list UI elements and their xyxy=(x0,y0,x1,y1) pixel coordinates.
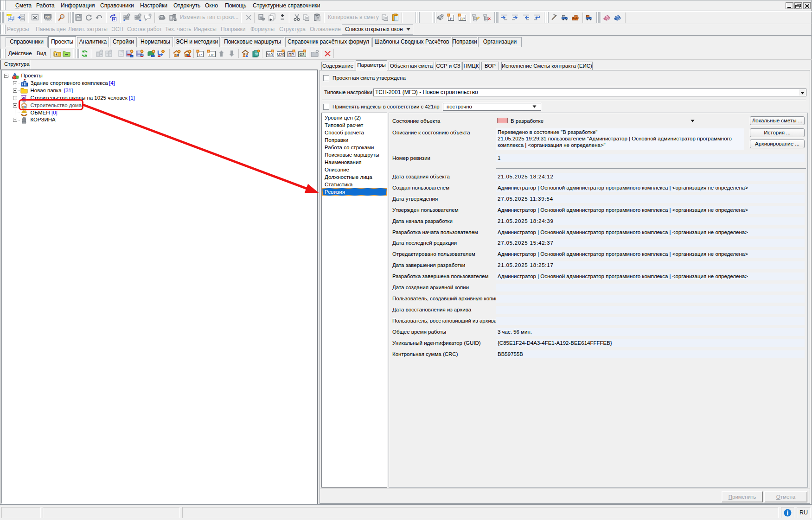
svg-text:М29: М29 xyxy=(277,52,285,57)
svg-text:%: % xyxy=(255,52,258,56)
svg-text:P: P xyxy=(199,53,202,57)
svg-text:P: P xyxy=(450,17,452,21)
svg-text:ПР: ПР xyxy=(209,53,214,57)
svg-text:PDF: PDF xyxy=(45,15,51,18)
svg-text:Ф3: Ф3 xyxy=(299,52,304,57)
svg-text:ПР: ПР xyxy=(288,52,294,57)
svg-text:ПР: ПР xyxy=(460,17,465,21)
svg-text:%0: %0 xyxy=(267,52,273,57)
